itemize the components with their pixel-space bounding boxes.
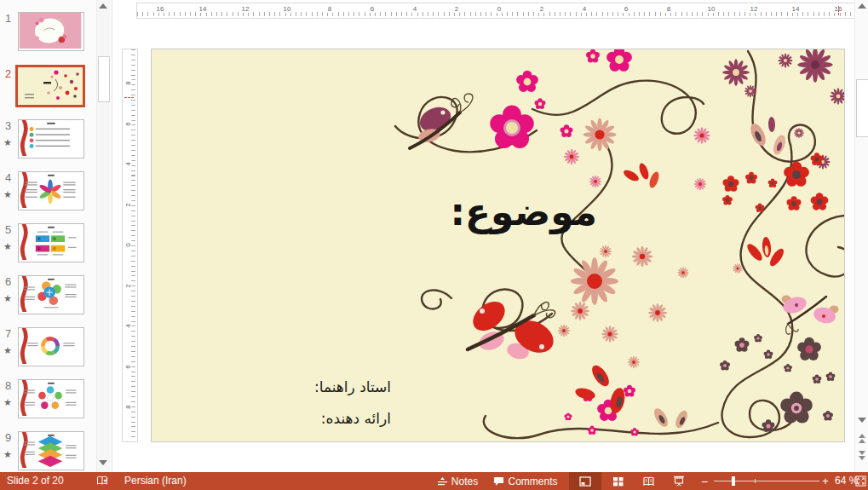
slide-thumbnail-pane: 1 2 [0,0,112,472]
horizontal-ruler: 1614 1210 86 42 02 46 810 1214 16 [136,3,856,19]
zoom-out-button[interactable]: − [698,472,710,490]
slide7-preview [19,328,82,364]
slide3-preview [19,120,82,156]
zoom-slider-track[interactable] [714,481,819,481]
animation-star-icon: ★ [3,137,12,148]
slide-show-icon [673,476,685,487]
notes-icon [437,476,448,486]
ruler-cursor-mark [124,97,134,98]
vertical-ruler: 86 42 02 46 8 [122,49,138,442]
supervisor-line[interactable]: استاد راهنما: [314,372,391,403]
fit-slide-to-window-button[interactable] [854,472,868,490]
powerpoint-window: 1 2 [0,0,868,490]
slide6-preview [19,276,82,312]
animation-star-icon: ★ [3,397,12,408]
slide-thumbnail-selected[interactable] [15,65,85,107]
thumbnail-row: 4 ★ [0,171,112,214]
scroll-up-icon[interactable] [99,3,107,12]
reading-view-button[interactable] [634,472,663,490]
thumbnail-row: 5 ★ [0,223,112,266]
presenter-line[interactable]: ارائه دهنده: [314,403,391,435]
dark-flowers [720,334,835,432]
slide-number: 1 [5,12,11,25]
scroll-down-icon[interactable] [99,460,107,469]
floral-artwork [152,49,844,441]
comments-icon [493,476,504,487]
sidebar-scrollbar[interactable] [96,0,110,472]
vine-swirls [395,51,844,438]
zoom-slider-center-tick [755,479,756,483]
slide-number: 2 [5,67,11,80]
sidebar-scrollbar-thumb[interactable] [98,56,110,102]
thumbnail-row: 1 [0,12,112,55]
slide-thumbnail[interactable] [18,12,84,51]
slide2-preview [18,67,83,105]
slide-thumbnail[interactable] [18,431,84,470]
ruler-cursor-mark [838,6,839,15]
slide-thumbnail[interactable] [18,275,84,314]
language-indicator[interactable]: Persian (Iran) [124,472,187,490]
comments-button[interactable]: Comments [489,472,562,490]
animation-star-icon: ★ [3,449,12,460]
slide-show-button[interactable] [664,472,693,490]
status-bar: Slide 2 of 20 Persian (Iran) Notes Comme… [0,472,868,490]
slide-thumbnail[interactable] [18,379,84,418]
slide5-preview [19,224,82,260]
slide-number: 7 [5,327,11,340]
thumbnail-row: 3 ★ [0,119,112,162]
zoom-in-button[interactable]: + [819,472,831,490]
slide-thumbnail[interactable] [18,119,84,159]
animation-star-icon: ★ [3,293,12,304]
thumbnail-row: 7 ★ [0,327,112,370]
slide-thumbnail[interactable] [18,171,84,210]
slide-number: 5 [5,223,11,236]
slide-counter[interactable]: Slide 2 of 20 [7,472,64,490]
slide8-preview [19,380,82,416]
normal-view-icon [579,476,591,487]
slide-number: 4 [5,171,11,184]
spell-check-button[interactable] [94,472,111,490]
maroon-daisies [722,49,844,170]
butterfly-red-icon [468,296,559,361]
slide-number: 3 [5,119,11,132]
main-scrollbar-thumb[interactable] [856,79,868,137]
slide1-preview [19,13,82,49]
slide-number: 6 [5,275,11,288]
previous-slide-button[interactable] [858,433,866,445]
animation-star-icon: ★ [3,345,12,356]
slide-number: 9 [5,431,11,444]
salmon-daisies [558,118,743,368]
slide-thumbnail[interactable] [18,327,84,366]
slide-title-textbox[interactable]: موضوع: [450,190,597,233]
zoom-slider-thumb[interactable] [732,476,735,486]
thumbnail-row: 2 [0,67,112,110]
animation-star-icon: ★ [3,241,12,252]
thumbnail-row: 9 ★ [0,431,112,474]
slide9-preview [19,432,82,468]
animation-star-icon: ★ [3,189,12,200]
scroll-down-icon[interactable] [858,418,866,426]
notes-button[interactable]: Notes [433,472,482,490]
slide-thumbnail[interactable] [18,223,84,262]
pink-daisies [564,127,710,190]
slide4-preview [19,172,82,208]
next-slide-button[interactable] [858,450,866,462]
thumbnail-row: 8 ★ [0,379,112,422]
red-flowers [722,153,828,212]
scroll-up-icon[interactable] [858,3,866,12]
main-scrollbar[interactable] [854,0,868,472]
slide-sorter-view-button[interactable] [603,472,632,490]
slide-canvas[interactable]: موضوع: استاد راهنما: ارائه دهنده: [151,49,845,442]
spell-check-icon [96,476,109,487]
slide-sorter-icon [612,476,624,487]
thumbnail-row: 6 ★ [0,275,112,318]
fit-to-window-icon [855,476,866,487]
credits-textbox[interactable]: استاد راهنما: ارائه دهنده: [314,372,391,435]
slide-number: 8 [5,379,11,392]
normal-view-button[interactable] [569,472,601,490]
reading-view-icon [642,476,655,487]
